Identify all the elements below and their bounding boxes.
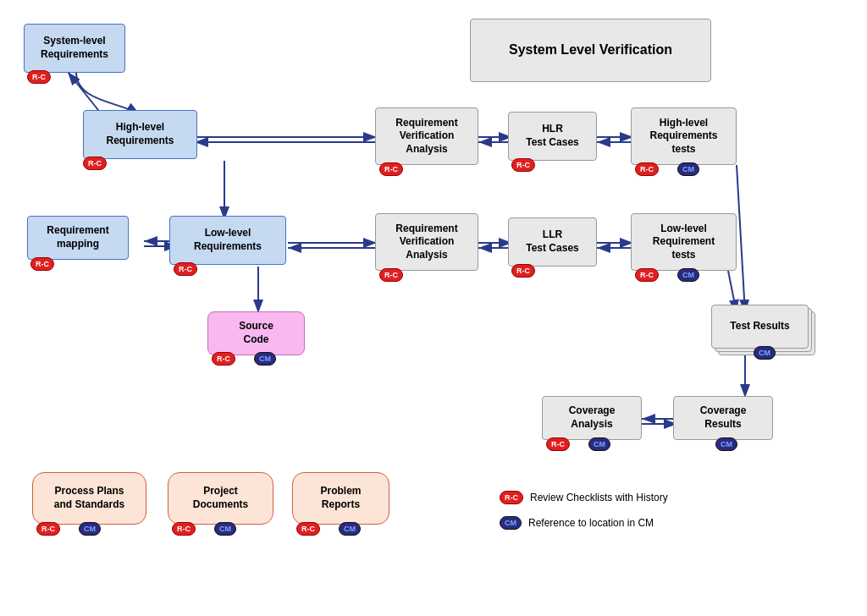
- req-mapping-box: Requirementmapping: [27, 216, 129, 260]
- process-plans-rc: R-C: [36, 522, 60, 536]
- title-text: System Level Verification: [509, 41, 672, 59]
- project-docs-box: ProjectDocuments: [168, 472, 273, 525]
- source-code-cm: CM: [254, 352, 276, 366]
- source-code-rc: R-C: [212, 352, 235, 366]
- coverage-results-cm: CM: [715, 437, 737, 451]
- problem-reports-rc: R-C: [296, 522, 320, 536]
- problem-reports-box: ProblemReports: [292, 472, 389, 525]
- svg-line-19: [737, 165, 745, 313]
- llr-tests-box: Low-levelRequirementtests: [631, 213, 737, 271]
- process-plans-box: Process Plansand Standards: [32, 472, 146, 525]
- test-results-cm: CM: [754, 346, 776, 360]
- req-mapping-rc: R-C: [30, 257, 54, 271]
- llr-label: Low-levelRequirements: [194, 227, 262, 253]
- legend-rc-text: Review Checklists with History: [530, 492, 668, 503]
- llr-tests-label: Low-levelRequirementtests: [653, 223, 715, 262]
- project-docs-rc: R-C: [172, 522, 196, 536]
- source-code-label: SourceCode: [239, 320, 273, 346]
- llr-box: Low-levelRequirements: [169, 216, 286, 265]
- hlr-tests-cm: CM: [677, 162, 699, 176]
- title-box: System Level Verification: [470, 19, 711, 82]
- req-ver-hlr-rc: R-C: [379, 162, 403, 176]
- hlr-test-cases-rc: R-C: [511, 158, 535, 172]
- hlr-rc: R-C: [83, 157, 107, 170]
- legend-cm-badge: CM: [500, 516, 522, 530]
- coverage-analysis-box: CoverageAnalysis: [542, 396, 642, 440]
- source-code-box: SourceCode: [207, 311, 305, 355]
- hlr-tests-box: High-levelRequirementstests: [631, 107, 737, 165]
- test-results-label: Test Results: [730, 320, 789, 333]
- req-ver-hlr-box: RequirementVerificationAnalysis: [375, 107, 478, 165]
- legend-rc-item: R-C Review Checklists with History: [500, 491, 668, 504]
- llr-test-cases-box: LLRTest Cases: [508, 217, 597, 267]
- req-mapping-label: Requirementmapping: [47, 224, 108, 250]
- coverage-analysis-label: CoverageAnalysis: [569, 404, 616, 431]
- coverage-analysis-cm: CM: [588, 437, 610, 451]
- diagram: System Level Verification System-levelRe…: [0, 0, 867, 616]
- llr-rc: R-C: [174, 262, 197, 276]
- hlr-label: High-levelRequirements: [106, 121, 174, 147]
- llr-tests-rc: R-C: [635, 268, 659, 282]
- system-req-rc: R-C: [27, 70, 51, 84]
- project-docs-label: ProjectDocuments: [193, 485, 248, 511]
- hlr-test-cases-label: HLRTest Cases: [526, 123, 578, 149]
- req-ver-llr-rc: R-C: [379, 268, 403, 282]
- legend-rc-badge: R-C: [500, 491, 523, 504]
- hlr-box: High-levelRequirements: [83, 110, 197, 159]
- process-plans-cm: CM: [79, 522, 101, 536]
- project-docs-cm: CM: [214, 522, 236, 536]
- problem-reports-label: ProblemReports: [320, 485, 361, 511]
- llr-test-cases-rc: R-C: [511, 264, 535, 278]
- hlr-tests-label: High-levelRequirementstests: [649, 117, 717, 157]
- problem-reports-cm: CM: [339, 522, 361, 536]
- req-ver-llr-label: RequirementVerificationAnalysis: [395, 223, 457, 262]
- process-plans-label: Process Plansand Standards: [54, 485, 124, 511]
- req-ver-llr-box: RequirementVerificationAnalysis: [375, 213, 478, 271]
- coverage-analysis-rc: R-C: [546, 437, 570, 451]
- legend-cm-text: Reference to location in CM: [528, 517, 654, 529]
- req-ver-hlr-label: RequirementVerificationAnalysis: [395, 117, 457, 157]
- llr-tests-cm: CM: [677, 268, 699, 282]
- llr-test-cases-label: LLRTest Cases: [526, 228, 578, 255]
- system-req-label: System-levelRequirements: [41, 35, 108, 61]
- test-results-box: Test Results: [711, 305, 809, 349]
- hlr-tests-rc: R-C: [635, 162, 659, 176]
- coverage-results-label: CoverageResults: [700, 404, 747, 431]
- system-req-box: System-levelRequirements: [24, 24, 125, 73]
- coverage-results-box: CoverageResults: [673, 396, 773, 440]
- hlr-test-cases-box: HLRTest Cases: [508, 112, 597, 161]
- legend-cm-item: CM Reference to location in CM: [500, 516, 654, 530]
